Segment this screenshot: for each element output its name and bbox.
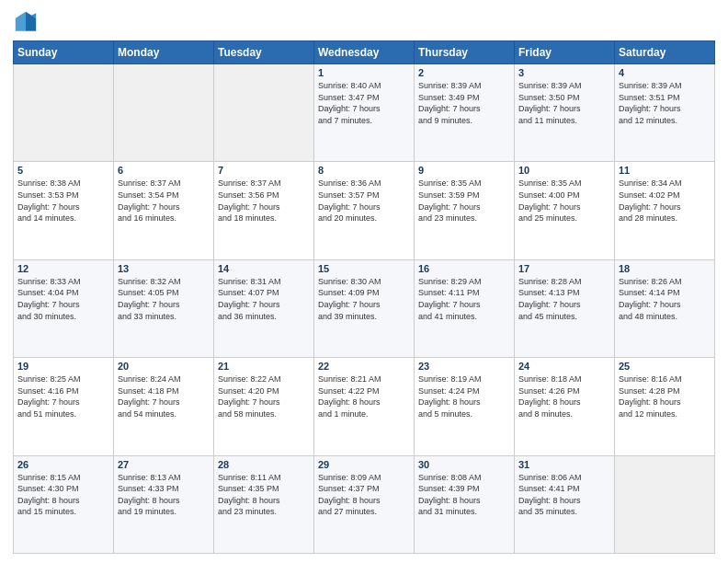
day-cell: 3Sunrise: 8:39 AM Sunset: 3:50 PM Daylig… bbox=[515, 64, 615, 162]
day-content: Sunrise: 8:13 AM Sunset: 4:33 PM Dayligh… bbox=[118, 472, 210, 518]
day-number: 27 bbox=[118, 459, 210, 470]
day-content: Sunrise: 8:39 AM Sunset: 3:51 PM Dayligh… bbox=[619, 80, 711, 126]
svg-marker-1 bbox=[16, 12, 26, 31]
weekday-header-row: SundayMondayTuesdayWednesdayThursdayFrid… bbox=[14, 41, 715, 64]
day-content: Sunrise: 8:37 AM Sunset: 3:54 PM Dayligh… bbox=[118, 178, 210, 224]
day-number: 4 bbox=[619, 67, 711, 78]
day-number: 24 bbox=[518, 361, 610, 372]
day-content: Sunrise: 8:39 AM Sunset: 3:50 PM Dayligh… bbox=[518, 80, 610, 126]
day-content: Sunrise: 8:39 AM Sunset: 3:49 PM Dayligh… bbox=[418, 80, 510, 126]
day-content: Sunrise: 8:19 AM Sunset: 4:24 PM Dayligh… bbox=[418, 373, 510, 419]
day-cell: 12Sunrise: 8:33 AM Sunset: 4:04 PM Dayli… bbox=[14, 259, 114, 357]
day-cell: 10Sunrise: 8:35 AM Sunset: 4:00 PM Dayli… bbox=[515, 162, 615, 259]
week-row-2: 5Sunrise: 8:38 AM Sunset: 3:53 PM Daylig… bbox=[14, 162, 715, 259]
day-cell: 26Sunrise: 8:15 AM Sunset: 4:30 PM Dayli… bbox=[14, 455, 114, 553]
day-number: 18 bbox=[619, 263, 711, 274]
weekday-header-monday: Monday bbox=[114, 41, 214, 64]
day-content: Sunrise: 8:18 AM Sunset: 4:26 PM Dayligh… bbox=[518, 373, 610, 419]
weekday-header-friday: Friday bbox=[515, 41, 615, 64]
day-cell bbox=[214, 64, 314, 162]
day-cell: 13Sunrise: 8:32 AM Sunset: 4:05 PM Dayli… bbox=[114, 259, 214, 357]
day-content: Sunrise: 8:08 AM Sunset: 4:39 PM Dayligh… bbox=[418, 472, 510, 518]
day-content: Sunrise: 8:15 AM Sunset: 4:30 PM Dayligh… bbox=[17, 472, 109, 518]
day-number: 8 bbox=[318, 165, 410, 176]
day-number: 13 bbox=[118, 263, 210, 274]
day-number: 19 bbox=[17, 361, 109, 372]
day-content: Sunrise: 8:21 AM Sunset: 4:22 PM Dayligh… bbox=[318, 373, 410, 419]
day-number: 23 bbox=[418, 361, 510, 372]
day-content: Sunrise: 8:24 AM Sunset: 4:18 PM Dayligh… bbox=[118, 373, 210, 419]
day-cell: 29Sunrise: 8:09 AM Sunset: 4:37 PM Dayli… bbox=[314, 455, 415, 553]
day-content: Sunrise: 8:40 AM Sunset: 3:47 PM Dayligh… bbox=[318, 80, 410, 126]
day-content: Sunrise: 8:11 AM Sunset: 4:35 PM Dayligh… bbox=[218, 472, 310, 518]
calendar-table: SundayMondayTuesdayWednesdayThursdayFrid… bbox=[13, 40, 715, 554]
day-number: 20 bbox=[118, 361, 210, 372]
day-cell bbox=[615, 455, 715, 553]
day-content: Sunrise: 8:33 AM Sunset: 4:04 PM Dayligh… bbox=[17, 276, 109, 322]
day-cell: 20Sunrise: 8:24 AM Sunset: 4:18 PM Dayli… bbox=[114, 358, 214, 455]
day-cell: 9Sunrise: 8:35 AM Sunset: 3:59 PM Daylig… bbox=[415, 162, 515, 259]
day-number: 1 bbox=[318, 67, 410, 78]
weekday-header-wednesday: Wednesday bbox=[314, 41, 415, 64]
day-content: Sunrise: 8:37 AM Sunset: 3:56 PM Dayligh… bbox=[218, 178, 310, 224]
day-number: 21 bbox=[218, 361, 310, 372]
day-cell bbox=[114, 64, 214, 162]
day-number: 6 bbox=[118, 165, 210, 176]
weekday-header-sunday: Sunday bbox=[14, 41, 114, 64]
day-cell: 24Sunrise: 8:18 AM Sunset: 4:26 PM Dayli… bbox=[515, 358, 615, 455]
day-cell: 23Sunrise: 8:19 AM Sunset: 4:24 PM Dayli… bbox=[415, 358, 515, 455]
week-row-4: 19Sunrise: 8:25 AM Sunset: 4:16 PM Dayli… bbox=[14, 358, 715, 455]
logo bbox=[13, 9, 42, 35]
weekday-header-tuesday: Tuesday bbox=[214, 41, 314, 64]
day-cell: 6Sunrise: 8:37 AM Sunset: 3:54 PM Daylig… bbox=[114, 162, 214, 259]
day-number: 7 bbox=[218, 165, 310, 176]
day-cell: 11Sunrise: 8:34 AM Sunset: 4:02 PM Dayli… bbox=[615, 162, 715, 259]
day-cell: 30Sunrise: 8:08 AM Sunset: 4:39 PM Dayli… bbox=[415, 455, 515, 553]
logo-icon bbox=[13, 9, 39, 35]
day-content: Sunrise: 8:30 AM Sunset: 4:09 PM Dayligh… bbox=[318, 276, 410, 322]
day-number: 10 bbox=[518, 165, 610, 176]
day-cell: 15Sunrise: 8:30 AM Sunset: 4:09 PM Dayli… bbox=[314, 259, 415, 357]
day-cell: 28Sunrise: 8:11 AM Sunset: 4:35 PM Dayli… bbox=[214, 455, 314, 553]
day-cell: 14Sunrise: 8:31 AM Sunset: 4:07 PM Dayli… bbox=[214, 259, 314, 357]
day-cell bbox=[14, 64, 114, 162]
day-cell: 31Sunrise: 8:06 AM Sunset: 4:41 PM Dayli… bbox=[515, 455, 615, 553]
day-number: 29 bbox=[318, 459, 410, 470]
page: SundayMondayTuesdayWednesdayThursdayFrid… bbox=[0, 0, 728, 563]
day-cell: 7Sunrise: 8:37 AM Sunset: 3:56 PM Daylig… bbox=[214, 162, 314, 259]
day-content: Sunrise: 8:22 AM Sunset: 4:20 PM Dayligh… bbox=[218, 373, 310, 419]
day-content: Sunrise: 8:06 AM Sunset: 4:41 PM Dayligh… bbox=[518, 472, 610, 518]
day-number: 5 bbox=[17, 165, 109, 176]
weekday-header-saturday: Saturday bbox=[615, 41, 715, 64]
day-cell: 16Sunrise: 8:29 AM Sunset: 4:11 PM Dayli… bbox=[415, 259, 515, 357]
day-content: Sunrise: 8:26 AM Sunset: 4:14 PM Dayligh… bbox=[619, 276, 711, 322]
day-cell: 5Sunrise: 8:38 AM Sunset: 3:53 PM Daylig… bbox=[14, 162, 114, 259]
header bbox=[13, 9, 715, 35]
day-number: 9 bbox=[418, 165, 510, 176]
day-number: 16 bbox=[418, 263, 510, 274]
day-cell: 17Sunrise: 8:28 AM Sunset: 4:13 PM Dayli… bbox=[515, 259, 615, 357]
day-content: Sunrise: 8:35 AM Sunset: 4:00 PM Dayligh… bbox=[518, 178, 610, 224]
day-content: Sunrise: 8:09 AM Sunset: 4:37 PM Dayligh… bbox=[318, 472, 410, 518]
day-cell: 8Sunrise: 8:36 AM Sunset: 3:57 PM Daylig… bbox=[314, 162, 415, 259]
day-content: Sunrise: 8:32 AM Sunset: 4:05 PM Dayligh… bbox=[118, 276, 210, 322]
day-number: 17 bbox=[518, 263, 610, 274]
day-content: Sunrise: 8:34 AM Sunset: 4:02 PM Dayligh… bbox=[619, 178, 711, 224]
day-content: Sunrise: 8:29 AM Sunset: 4:11 PM Dayligh… bbox=[418, 276, 510, 322]
day-number: 15 bbox=[318, 263, 410, 274]
day-cell: 4Sunrise: 8:39 AM Sunset: 3:51 PM Daylig… bbox=[615, 64, 715, 162]
day-content: Sunrise: 8:38 AM Sunset: 3:53 PM Dayligh… bbox=[17, 178, 109, 224]
day-content: Sunrise: 8:36 AM Sunset: 3:57 PM Dayligh… bbox=[318, 178, 410, 224]
week-row-5: 26Sunrise: 8:15 AM Sunset: 4:30 PM Dayli… bbox=[14, 455, 715, 553]
day-number: 14 bbox=[218, 263, 310, 274]
day-content: Sunrise: 8:31 AM Sunset: 4:07 PM Dayligh… bbox=[218, 276, 310, 322]
day-number: 26 bbox=[17, 459, 109, 470]
week-row-3: 12Sunrise: 8:33 AM Sunset: 4:04 PM Dayli… bbox=[14, 259, 715, 357]
weekday-header-thursday: Thursday bbox=[415, 41, 515, 64]
day-number: 31 bbox=[518, 459, 610, 470]
day-number: 11 bbox=[619, 165, 711, 176]
day-cell: 18Sunrise: 8:26 AM Sunset: 4:14 PM Dayli… bbox=[615, 259, 715, 357]
day-number: 30 bbox=[418, 459, 510, 470]
day-cell: 21Sunrise: 8:22 AM Sunset: 4:20 PM Dayli… bbox=[214, 358, 314, 455]
day-number: 22 bbox=[318, 361, 410, 372]
